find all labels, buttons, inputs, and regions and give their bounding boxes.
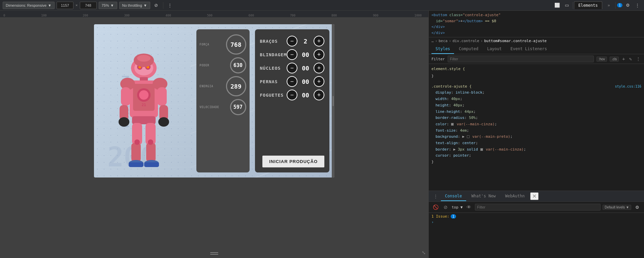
decrement-pernas-btn[interactable]: − [287, 76, 297, 87]
viewport-right-handle[interactable] [332, 24, 334, 178]
breadcrumb-ellipsis[interactable]: … [431, 39, 434, 43]
code-preview: <buttom class="controle-ajuste" id="soma… [429, 11, 644, 37]
width-input[interactable] [57, 2, 73, 9]
console-filter-input[interactable] [475, 204, 601, 211]
console-top-label: top [452, 205, 458, 209]
issues-badge[interactable]: 1 [617, 3, 622, 7]
tab-webauthn[interactable]: WebAuthn [501, 192, 529, 201]
svg-rect-30 [144, 162, 159, 167]
code-line-4: </div> [431, 30, 641, 36]
style-prop-border: border: ▶ 3px solid var(--main-cinza); [431, 147, 641, 153]
tab-console[interactable]: Console [441, 192, 466, 201]
svg-point-32 [148, 139, 153, 145]
viewport-container[interactable]: PINKTRON 200 [0, 18, 428, 258]
tab-computed[interactable]: Computed [455, 44, 482, 54]
robot-image: 21 [107, 50, 181, 178]
height-input[interactable] [80, 2, 97, 9]
control-row-foguetes: FOGUETES − 00 + [260, 88, 324, 102]
control-label-bracos: BRAÇOS [260, 39, 278, 44]
svg-point-21 [158, 117, 169, 127]
control-label-nucleos: NÚCLEOS [260, 66, 281, 71]
decrement-nucleos-btn[interactable]: − [287, 63, 297, 73]
start-production-btn[interactable]: INICIAR PRODUÇÃO [262, 156, 324, 167]
stat-row-poder: 630 PODER [200, 57, 246, 73]
tab-layout[interactable]: Layout [483, 44, 506, 54]
increment-nucleos-btn[interactable]: + [314, 63, 324, 73]
counter-value-pernas: 00 [301, 78, 310, 85]
style-prop-color: color: var(--main-cinza); [431, 121, 641, 128]
console-top-arrow[interactable]: ▼ [460, 205, 463, 209]
controle-ajuste-header: .controle-ajuste { style.css:116 [431, 84, 641, 90]
control-label-blindagem: BLINDAGEM [260, 52, 287, 57]
toolbar-divider-2 [572, 2, 573, 9]
more-tabs-btn[interactable]: » [604, 2, 614, 9]
counter-pernas: − 00 + [287, 76, 324, 87]
breadcrumb-div-controle[interactable]: div.controle [452, 39, 479, 43]
zoom-label: 75% [102, 3, 109, 7]
elements-tab[interactable]: Elements [574, 1, 602, 9]
stat-label-energia: ENERGIA [200, 85, 214, 88]
color-swatch-cinza[interactable] [451, 123, 454, 126]
zoom-dropdown[interactable]: 75% ▼ [99, 2, 117, 9]
issue-count-badge[interactable]: 1 [451, 214, 456, 219]
increment-bracos-btn[interactable]: + [314, 36, 324, 46]
issue-count-label: 1 Issue: [431, 214, 449, 219]
console-levels-btn[interactable]: Default levels ▼ [603, 205, 631, 210]
color-swatch-preto[interactable] [467, 135, 470, 138]
tab-whats-new[interactable]: What's New [468, 192, 500, 201]
counter-blindagem: − 00 + [287, 49, 324, 60]
console-settings-btn[interactable]: ⚙ [633, 203, 641, 211]
console-clear-btn[interactable]: 🚫 [431, 203, 440, 211]
increment-blindagem-btn[interactable]: + [314, 49, 324, 60]
new-stylesheet-btn[interactable]: ✎ [629, 56, 633, 62]
console-eye-btn[interactable]: 👁 [465, 203, 473, 211]
decrement-bracos-btn[interactable]: − [287, 36, 297, 46]
tab-event-listeners[interactable]: Event Listeners [507, 44, 551, 54]
controle-ajuste-close: } [431, 159, 641, 165]
stat-label-poder: PODER [200, 64, 210, 67]
counter-value-nucleos: 00 [301, 65, 310, 72]
console-prompt[interactable]: › [431, 220, 641, 224]
svg-point-12 [139, 90, 149, 100]
scroll-handle [210, 252, 218, 255]
counter-value-foguetes: 00 [301, 92, 310, 99]
ruler-bar: 0 100 200 300 400 500 600 700 800 900 10… [0, 11, 428, 18]
color-swatch-border[interactable] [480, 148, 483, 151]
add-rule-btn[interactable]: + [621, 56, 625, 62]
decrement-foguetes-btn[interactable]: − [287, 90, 297, 100]
settings-btn[interactable]: ⚙ [624, 1, 632, 9]
throttle-dropdown[interactable]: No throttling ▼ [119, 2, 150, 9]
no-throttle-icon[interactable]: ⊘ [152, 1, 160, 9]
robot-area: PINKTRON 200 [94, 24, 194, 178]
style-options-btn[interactable]: ⋮ [635, 56, 641, 62]
background-expand-arrow[interactable]: ▶ [462, 134, 466, 139]
inspect-btn[interactable]: ⬜ [553, 1, 561, 9]
style-prop-height: height: 40px; [431, 102, 641, 109]
filter-input[interactable] [448, 56, 594, 62]
console-toolbar: 🚫 ⊘ top ▼ 👁 Default levels ▼ ⚙ [429, 202, 644, 213]
tab-styles[interactable]: Styles [431, 44, 454, 54]
console-block-btn[interactable]: ⊘ [442, 203, 450, 211]
decrement-blindagem-btn[interactable]: − [287, 49, 297, 60]
svg-text:21: 21 [141, 103, 146, 107]
style-prop-cursor: cursor: pointer; [431, 153, 641, 159]
more-options-btn[interactable]: ⋮ [166, 1, 174, 9]
element-style-selector: element.style { [431, 66, 641, 72]
pseudo-cls-btn[interactable]: .cls [610, 57, 619, 62]
increment-foguetes-btn[interactable]: + [314, 90, 324, 100]
controle-ajuste-source[interactable]: style.css:116 [615, 84, 641, 89]
border-expand-arrow[interactable]: ▶ [453, 147, 458, 152]
pseudo-hov-btn[interactable]: :hov [597, 57, 607, 62]
stat-row-velocidade: 597 VELOCIDADE [200, 99, 246, 115]
device-btn[interactable]: ▭ [563, 1, 571, 9]
dimensions-dropdown[interactable]: Dimensions: Responsive ▼ [3, 2, 55, 9]
resize-handle[interactable]: ⤡ [422, 250, 426, 255]
close-console-btn[interactable]: ✕ [530, 192, 539, 200]
style-prop-background: background: ▶ var(--main-preto); [431, 134, 641, 140]
devtools-more-btn[interactable]: ⋮ [633, 1, 641, 9]
console-more-btn[interactable]: ⋮ [431, 192, 440, 200]
control-label-pernas: PERNAS [260, 79, 278, 84]
code-line-3: </div> [431, 24, 641, 30]
increment-pernas-btn[interactable]: + [314, 76, 324, 87]
breadcrumb-beca[interactable]: beca [439, 39, 448, 43]
